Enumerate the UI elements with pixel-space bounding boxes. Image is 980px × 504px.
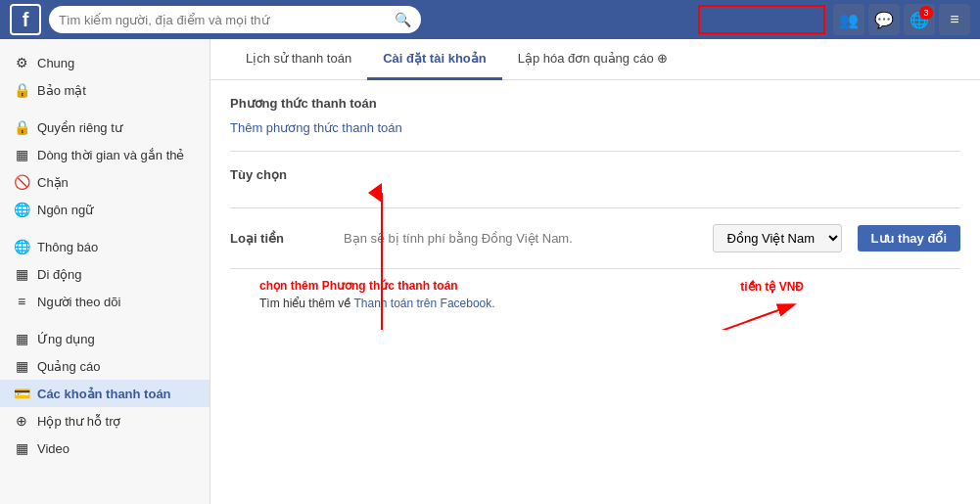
sidebar-label-chan: Chặn: [37, 175, 69, 190]
main-content: Lịch sử thanh toán Cài đặt tài khoản Lập…: [210, 39, 980, 504]
notification-icon: 🌐: [14, 239, 29, 254]
sidebar-item-nguoi-theo-doi[interactable]: ≡ Người theo dõi: [0, 288, 210, 315]
friends-icon-btn[interactable]: 👥: [833, 4, 864, 35]
gear-icon: ⚙: [14, 55, 29, 70]
sidebar-label-bao-mat: Bảo mật: [37, 83, 86, 98]
menu-icon: ≡: [950, 11, 958, 28]
ads-icon: ▦: [14, 358, 29, 374]
sidebar: ⚙ Chung 🔒 Bảo mật 🔒 Quyền riêng tư ▦ Dòn…: [0, 39, 210, 504]
sidebar-label-quang-cao: Quảng cáo: [37, 359, 100, 374]
section-phuong-thuc: Phương thức thanh toán Thêm phương thức …: [230, 80, 960, 152]
annotation-chon-them-text: chọn thêm Phương thức thanh toán: [259, 279, 458, 293]
annotation-tim-hieu: Tìm hiểu thêm về Thanh toán trên Faceboo…: [259, 297, 960, 310]
section-loai-tien: Loại tiền Bạn sẽ bị tính phí bằng Đồng V…: [230, 208, 960, 269]
tab-cai-dat[interactable]: Cài đặt tài khoản: [367, 39, 502, 80]
sidebar-item-hop-thu[interactable]: ⊕ Hộp thư hỗ trợ: [0, 407, 210, 435]
timeline-icon: ▦: [14, 147, 29, 162]
section-title-tuy-chon: Tùy chọn: [230, 167, 960, 182]
section-title-phuong-thuc: Phương thức thanh toán: [230, 96, 960, 111]
followers-icon: ≡: [14, 294, 29, 309]
messages-icon-btn[interactable]: 💬: [868, 4, 900, 35]
sidebar-label-hop-thu: Hộp thư hỗ trợ: [37, 414, 120, 429]
block-icon: 🚫: [14, 174, 29, 190]
add-payment-link[interactable]: Thêm phương thức thanh toán: [230, 120, 402, 135]
sidebar-label-ngon-ngu: Ngôn ngữ: [37, 203, 93, 217]
payment-icon: 💳: [14, 386, 29, 401]
sidebar-item-quyen-rieng-tu[interactable]: 🔒 Quyền riêng tư: [0, 114, 210, 141]
menu-icon-btn[interactable]: ≡: [939, 4, 970, 35]
sidebar-label-dong-thoi-gian: Dòng thời gian và gắn thẻ: [37, 148, 184, 162]
sidebar-item-thong-bao[interactable]: 🌐 Thông báo: [0, 233, 210, 260]
sidebar-label-cac-khoan: Các khoản thanh toán: [37, 387, 171, 401]
sidebar-item-video[interactable]: ▦ Video: [0, 435, 210, 462]
tim-hieu-text: Tìm hiểu thêm về: [259, 297, 350, 310]
sidebar-label-chung: Chung: [37, 56, 74, 70]
sidebar-label-ung-dung: Ứng dụng: [37, 332, 95, 346]
sidebar-item-ngon-ngu[interactable]: 🌐 Ngôn ngữ: [0, 196, 210, 223]
content-body: Phương thức thanh toán Thêm phương thức …: [210, 80, 980, 330]
sidebar-item-ung-dung[interactable]: ▦ Ứng dụng: [0, 325, 210, 352]
search-input[interactable]: [59, 13, 395, 27]
currency-select[interactable]: Đồng Việt Nam: [713, 224, 842, 252]
sidebar-label-nguoi-theo-doi: Người theo dõi: [37, 295, 120, 309]
notification-badge: 3: [919, 6, 933, 20]
search-icon: 🔍: [395, 12, 411, 27]
thanh-toan-link[interactable]: Thanh toán trên Facebook.: [353, 297, 494, 310]
tien-te-label: tiền tệ VNĐ: [740, 279, 804, 294]
currency-note: Bạn sẽ bị tính phí bằng Đồng Việt Nam.: [344, 231, 697, 246]
facebook-logo: f: [10, 4, 41, 35]
language-icon: 🌐: [14, 202, 29, 217]
lock-icon: 🔒: [14, 82, 29, 98]
highlighted-area: [698, 5, 825, 34]
sidebar-label-thong-bao: Thông báo: [37, 240, 98, 254]
support-icon: ⊕: [14, 413, 29, 429]
sidebar-item-quang-cao[interactable]: ▦ Quảng cáo: [0, 352, 210, 380]
sidebar-item-chan[interactable]: 🚫 Chặn: [0, 168, 210, 196]
section-tuy-chon: Tùy chọn: [230, 152, 960, 208]
top-navigation: f 🔍 👥 💬 🌐 3 ≡: [0, 0, 980, 39]
sidebar-label-quyen-rieng-tu: Quyền riêng tư: [37, 120, 122, 135]
sidebar-item-dong-thoi-gian[interactable]: ▦ Dòng thời gian và gắn thẻ: [0, 141, 210, 168]
annotation-chon-them: chọn thêm Phương thức thanh toán: [259, 279, 960, 293]
sidebar-item-cac-khoan[interactable]: 💳 Các khoản thanh toán: [0, 380, 210, 407]
sidebar-label-video: Video: [37, 441, 70, 456]
mobile-icon: ▦: [14, 266, 29, 282]
main-layout: ⚙ Chung 🔒 Bảo mật 🔒 Quyền riêng tư ▦ Dòn…: [0, 39, 980, 504]
sidebar-item-chung[interactable]: ⚙ Chung: [0, 49, 210, 76]
sidebar-item-bao-mat[interactable]: 🔒 Bảo mật: [0, 76, 210, 104]
tabs-bar: Lịch sử thanh toán Cài đặt tài khoản Lập…: [210, 39, 980, 80]
apps-icon: ▦: [14, 331, 29, 346]
save-button[interactable]: Lưu thay đổi: [858, 225, 960, 252]
nav-icons: 👥 💬 🌐 3 ≡: [833, 4, 970, 35]
messages-icon: 💬: [874, 11, 894, 29]
video-icon: ▦: [14, 440, 29, 456]
currency-row: Loại tiền Bạn sẽ bị tính phí bằng Đồng V…: [230, 224, 960, 252]
sidebar-label-di-dong: Di động: [37, 267, 82, 282]
search-bar[interactable]: 🔍: [49, 6, 421, 33]
notifications-icon-btn[interactable]: 🌐 3: [904, 4, 935, 35]
annotation-area: chọn thêm Phương thức thanh toán Tìm hiể…: [230, 269, 960, 330]
tien-te-text: tiền tệ VNĐ: [740, 280, 804, 294]
tab-lich-su[interactable]: Lịch sử thanh toán: [230, 39, 367, 80]
privacy-icon: 🔒: [14, 119, 29, 135]
friends-icon: 👥: [839, 11, 859, 29]
tab-lap-hoa-don[interactable]: Lập hóa đơn quảng cáo ⊕: [502, 39, 684, 80]
sidebar-item-di-dong[interactable]: ▦ Di động: [0, 260, 210, 288]
currency-label: Loại tiền: [230, 231, 328, 246]
